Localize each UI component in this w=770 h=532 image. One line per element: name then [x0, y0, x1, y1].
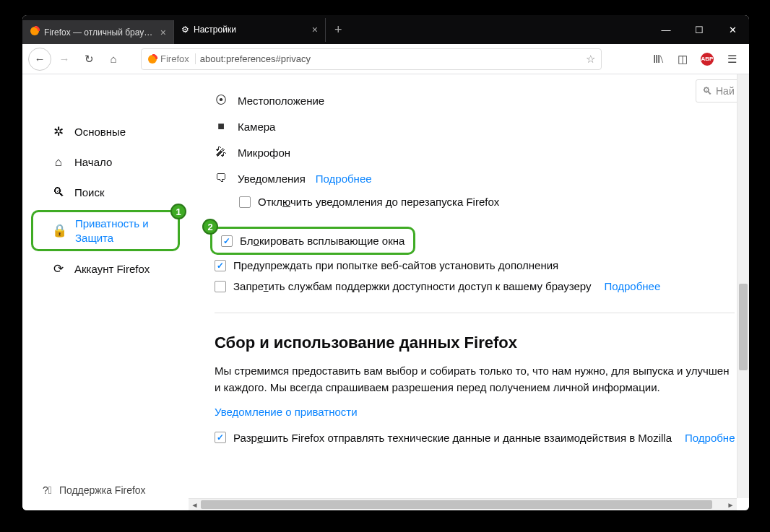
close-icon[interactable]: × — [160, 27, 166, 38]
search-icon: 🔍︎ — [51, 186, 66, 200]
checkbox-icon[interactable] — [215, 281, 226, 292]
tab-label: Firefox — отличный браузер д — [44, 27, 156, 38]
sync-icon: ⟳ — [51, 261, 66, 276]
firefox-icon — [30, 26, 40, 38]
minimize-button[interactable]: ― — [649, 15, 683, 44]
tab-label: Настройки — [194, 25, 308, 35]
preferences-main: 🔍︎ Най ⦿ Местоположение ■ Камера 🎤︎ Микр… — [189, 74, 749, 510]
close-button[interactable]: ✕ — [716, 15, 749, 44]
learn-more-link[interactable]: Подробнее — [604, 280, 660, 292]
close-icon[interactable]: × — [312, 24, 318, 35]
url-text: about:preferences#privacy — [200, 53, 581, 64]
perm-location: ⦿ Местоположение — [189, 87, 742, 113]
lock-icon: 🔒 — [52, 223, 66, 238]
checkbox-deny-a11y[interactable]: Запретить службам поддержки доступности … — [189, 276, 742, 297]
search-icon: 🔍︎ — [702, 85, 712, 97]
toolbar: ← → ↻ ⌂ Firefox about:preferences#privac… — [22, 44, 749, 74]
annotation-badge-1: 1 — [170, 204, 186, 219]
checkbox-icon[interactable]: ✓ — [215, 260, 226, 271]
perm-microphone: 🎤︎ Микрофон — [189, 139, 742, 165]
checkbox-warn-addons[interactable]: ✓ Предупреждать при попытке веб-сайтов у… — [189, 255, 742, 276]
support-link[interactable]: ?⃝ Поддержка Firefox — [43, 484, 146, 496]
vertical-scrollbar[interactable] — [737, 74, 749, 498]
identity-box[interactable]: Firefox — [147, 53, 196, 64]
menu-button[interactable]: ☰ — [720, 48, 743, 71]
section-heading: Сбор и использование данных Firefox — [189, 313, 742, 362]
scrollbar-thumb[interactable] — [739, 284, 748, 370]
help-icon: ?⃝ — [43, 484, 52, 496]
horizontal-scrollbar[interactable]: ◄ ► — [189, 498, 737, 510]
privacy-notice-link[interactable]: Уведомление о приватности — [215, 406, 358, 418]
section-paragraph: Мы стремимся предоставить вам выбор и со… — [189, 362, 742, 404]
checkbox-disable-notifications[interactable]: Отключить уведомления до перезапуска Fir… — [189, 191, 742, 212]
scroll-left-icon[interactable]: ◄ — [189, 499, 201, 510]
tab-active[interactable]: ⚙ Настройки × — [174, 18, 326, 42]
sidebar-item-privacy[interactable]: 🔒 Приватность и Защита 1 — [31, 210, 180, 251]
camera-icon: ■ — [215, 120, 228, 133]
title-bar: Firefox — отличный браузер д × ⚙ Настрой… — [22, 15, 749, 44]
learn-more-link[interactable]: Подробне — [685, 432, 735, 444]
preferences-sidebar: ✲ Основные ⌂ Начало 🔍︎ Поиск 🔒 Приватнос… — [22, 74, 189, 510]
scroll-right-icon[interactable]: ► — [724, 499, 737, 510]
home-icon: ⌂ — [51, 155, 66, 170]
bookmark-star-icon[interactable]: ☆ — [586, 53, 595, 66]
home-button[interactable]: ⌂ — [102, 48, 125, 71]
checkbox-telemetry[interactable]: ✓ Разрешить Firefox отправлять техническ… — [189, 427, 742, 448]
sidebar-item-search[interactable]: 🔍︎ Поиск — [31, 180, 180, 206]
reload-button[interactable]: ↻ — [77, 48, 100, 71]
sidebar-button[interactable]: ◫ — [671, 48, 694, 71]
gear-icon: ✲ — [51, 124, 66, 139]
scrollbar-thumb[interactable] — [201, 500, 712, 509]
checkbox-icon[interactable]: ✓ — [215, 432, 226, 443]
back-button[interactable]: ← — [28, 48, 51, 71]
tab-inactive[interactable]: Firefox — отличный браузер д × — [22, 20, 174, 44]
sidebar-item-home[interactable]: ⌂ Начало — [31, 149, 180, 175]
location-icon: ⦿ — [215, 94, 228, 107]
checkbox-icon[interactable]: ✓ — [221, 235, 233, 247]
library-button[interactable]: Ⅲ\ — [646, 48, 670, 71]
checkbox-icon[interactable] — [239, 196, 251, 208]
forward-button[interactable]: → — [53, 48, 76, 71]
perm-camera: ■ Камера — [189, 113, 742, 139]
sidebar-item-account[interactable]: ⟳ Аккаунт Firefox — [31, 256, 180, 282]
gear-icon: ⚙ — [181, 25, 189, 35]
learn-more-link[interactable]: Подробнее — [316, 173, 372, 185]
maximize-button[interactable]: ☐ — [683, 15, 716, 44]
new-tab-button[interactable]: + — [326, 22, 351, 38]
abp-button[interactable]: ABP — [696, 48, 719, 71]
perm-notifications: 🗨 Уведомления Подробнее — [189, 165, 742, 191]
microphone-icon: 🎤︎ — [215, 146, 228, 159]
checkbox-block-popups[interactable]: ✓ Блокировать всплывающие окна 2 — [210, 227, 415, 255]
annotation-badge-2: 2 — [202, 219, 218, 235]
notification-icon: 🗨 — [215, 172, 228, 185]
url-bar[interactable]: Firefox about:preferences#privacy ☆ — [141, 48, 602, 70]
sidebar-item-general[interactable]: ✲ Основные — [31, 118, 180, 145]
